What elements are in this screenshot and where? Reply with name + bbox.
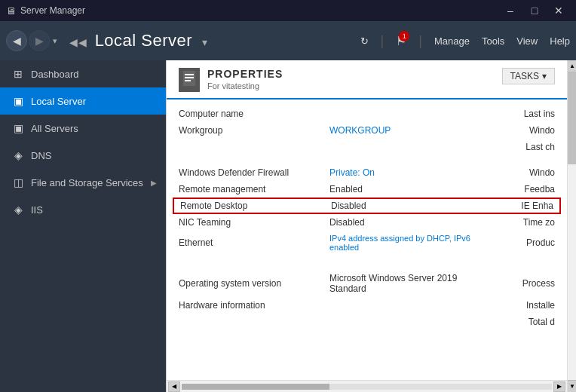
props-subtitle: For vitatesting (207, 81, 283, 90)
scroll-left-button[interactable]: ◀ (168, 381, 180, 392)
nav-dropdown[interactable]: ▾ (53, 36, 57, 46)
sidebar-item-all-servers[interactable]: ▣ All Servers (0, 115, 166, 142)
prop-right: Installe (495, 300, 555, 311)
prop-right: Produc (495, 237, 555, 248)
scroll-up-button[interactable]: ▲ (568, 60, 576, 72)
tools-menu[interactable]: Tools (482, 35, 504, 47)
section-divider2 (167, 255, 567, 270)
prop-right: IE Enha (493, 201, 553, 211)
prop-firewall: Windows Defender Firewall Private: On Wi… (167, 164, 567, 181)
prop-workgroup: Workgroup WORKGROUP Windo (167, 122, 567, 139)
sidebar-item-dns[interactable]: ◈ DNS (0, 142, 166, 169)
scroll-thumb[interactable] (182, 384, 329, 390)
prop-right: Feedba (495, 184, 555, 194)
local-server-icon: ▣ (11, 95, 25, 107)
view-menu[interactable]: View (516, 35, 538, 47)
prop-label: Remote management (179, 184, 329, 194)
prop-ethernet: Ethernet IPv4 address assigned by DHCP, … (167, 231, 567, 255)
prop-remote-desktop: Remote Desktop Disabled IE Enha (173, 198, 561, 214)
close-button[interactable]: ✕ (547, 3, 570, 18)
scroll-down-button[interactable]: ▼ (568, 380, 576, 392)
svg-rect-1 (185, 74, 194, 75)
prop-remote-mgmt: Remote management Enabled Feedba (167, 181, 567, 198)
sidebar-item-file-storage[interactable]: ◫ File and Storage Services ▶ (0, 169, 166, 196)
chevron-icon: ▶ (151, 179, 157, 187)
separator: | (381, 33, 385, 49)
svg-rect-3 (185, 80, 191, 81)
sidebar-label-all-servers: All Servers (31, 123, 157, 134)
nav-buttons: ◀ ▶ ▾ (6, 30, 57, 51)
sidebar-label-local-server: Local Server (31, 96, 157, 107)
prop-label: Computer name (179, 109, 329, 119)
prop-right: Last ch (495, 142, 555, 152)
horizontal-scrollbar[interactable]: ◀ ▶ (167, 380, 567, 392)
prop-value[interactable]: WORKGROUP (329, 125, 495, 136)
file-storage-icon: ◫ (11, 176, 25, 188)
title-arrows: ◀◀ (69, 36, 87, 48)
refresh-button[interactable]: ↻ (360, 35, 369, 47)
iis-icon: ◈ (11, 204, 25, 216)
sidebar-label-file-storage: File and Storage Services (31, 177, 145, 188)
scroll-track-v[interactable] (568, 72, 576, 380)
tasks-dropdown-icon: ▾ (542, 71, 547, 81)
title-dropdown[interactable]: ▾ (202, 36, 208, 48)
notification-badge: 1 (399, 31, 409, 41)
svg-rect-2 (185, 77, 194, 78)
back-button[interactable]: ◀ (6, 30, 27, 51)
scroll-thumb-v[interactable] (568, 72, 576, 164)
maximize-button[interactable]: □ (523, 3, 546, 18)
scroll-track[interactable] (182, 384, 552, 390)
prop-right: Windo (495, 167, 555, 178)
props-grid: Computer name Last ins Workgroup WORKGRO… (167, 100, 567, 380)
minimize-button[interactable]: – (499, 3, 522, 18)
titlebar: 🖥 Server Manager – □ ✕ (0, 0, 576, 21)
prop-computer-name: Computer name Last ins (167, 106, 567, 122)
prop-value[interactable]: Enabled (329, 184, 495, 194)
prop-right: Total d (495, 317, 555, 327)
prop-right: Windo (495, 125, 555, 136)
prop-label: Remote Desktop (180, 201, 331, 211)
tasks-button[interactable]: TASKS ▾ (502, 68, 555, 84)
toolbar-title: ◀◀ Local Server ▾ (69, 31, 357, 51)
prop-nic-teaming: NIC Teaming Disabled Time zo (167, 214, 567, 231)
props-title: PROPERTIES (207, 68, 283, 80)
content-area: PROPERTIES For vitatesting TASKS ▾ Compu… (166, 60, 567, 392)
forward-button[interactable]: ▶ (29, 30, 50, 51)
prop-label: Hardware information (179, 300, 329, 311)
notification-area[interactable]: ⚑ 1 (396, 34, 406, 48)
sidebar-item-dashboard[interactable]: ⊞ Dashboard (0, 60, 166, 87)
prop-right: Process (495, 278, 555, 289)
prop-value[interactable]: Private: On (329, 167, 495, 178)
prop-right: Last ins (495, 109, 555, 119)
vertical-scrollbar[interactable]: ▲ ▼ (567, 60, 576, 392)
prop-empty1: Last ch (167, 139, 567, 155)
prop-label: NIC Teaming (179, 217, 329, 228)
app-icon: 🖥 (6, 5, 16, 17)
prop-value: Microsoft Windows Server 2019 Standard (329, 273, 495, 294)
prop-label: Ethernet (179, 237, 329, 248)
prop-right: Time zo (495, 217, 555, 228)
props-titles: PROPERTIES For vitatesting (207, 68, 283, 90)
window-controls: – □ ✕ (499, 3, 570, 18)
prop-value[interactable]: IPv4 address assigned by DHCP, IPv6 enab… (329, 234, 495, 252)
section-divider (167, 155, 567, 164)
properties-icon (179, 68, 200, 92)
scroll-right-button[interactable]: ▶ (553, 381, 565, 392)
help-menu[interactable]: Help (550, 35, 570, 47)
sidebar: ⊞ Dashboard ▣ Local Server ▣ All Servers… (0, 60, 166, 392)
sidebar-item-iis[interactable]: ◈ IIS (0, 196, 166, 223)
app-title: Server Manager (20, 5, 499, 16)
sidebar-label-dns: DNS (31, 150, 157, 161)
toolbar: ◀ ▶ ▾ ◀◀ Local Server ▾ ↻ | ⚑ 1 | Manage… (0, 21, 576, 60)
separator2: | (418, 33, 422, 49)
prop-os-version: Operating system version Microsoft Windo… (167, 270, 567, 297)
prop-value[interactable]: Disabled (329, 217, 495, 228)
refresh-icon: ↻ (360, 35, 369, 47)
prop-hardware: Hardware information Installe (167, 297, 567, 314)
prop-value[interactable]: Disabled (331, 201, 493, 211)
all-servers-icon: ▣ (11, 122, 25, 134)
sidebar-label-dashboard: Dashboard (31, 69, 157, 80)
sidebar-item-local-server[interactable]: ▣ Local Server (0, 87, 166, 115)
manage-menu[interactable]: Manage (434, 35, 470, 47)
dns-icon: ◈ (11, 149, 25, 161)
